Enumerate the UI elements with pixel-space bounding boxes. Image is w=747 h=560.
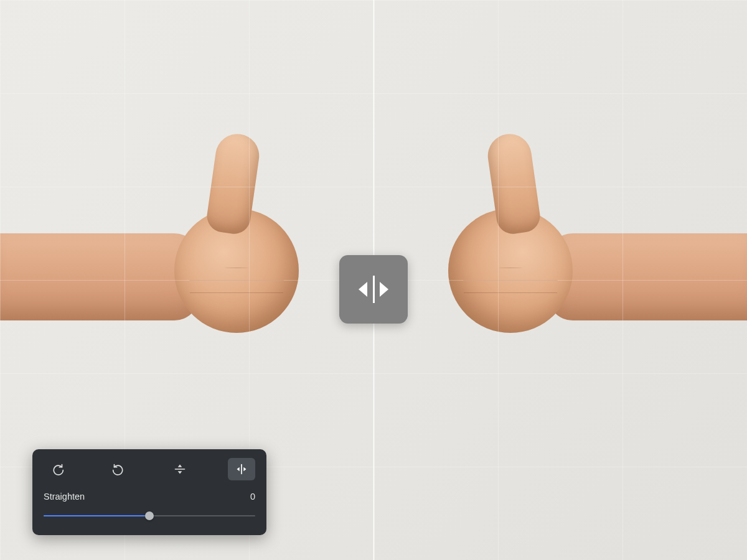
hand-illustration	[0, 171, 324, 345]
image-compare-canvas: Straighten 0	[0, 0, 747, 560]
slider-track-fill	[44, 515, 149, 516]
compare-horizontal-icon	[354, 273, 393, 306]
rotate-cw-icon	[51, 463, 63, 475]
rotate-cw-button[interactable]	[44, 458, 71, 480]
svg-marker-7	[237, 467, 239, 472]
slider-thumb[interactable]	[145, 511, 154, 520]
straighten-row: Straighten 0	[44, 492, 255, 502]
rotate-tools-row	[44, 458, 255, 480]
svg-rect-0	[373, 276, 375, 303]
hand-illustration-flipped	[423, 171, 747, 345]
straighten-slider[interactable]	[44, 510, 255, 521]
flip-vertical-icon	[174, 463, 186, 475]
svg-marker-8	[243, 467, 246, 472]
compare-handle[interactable]	[339, 255, 408, 324]
rotate-panel: Straighten 0	[32, 449, 266, 535]
flip-vertical-button[interactable]	[166, 458, 194, 480]
flip-horizontal-button[interactable]	[228, 458, 255, 480]
svg-marker-5	[178, 471, 182, 474]
straighten-label: Straighten	[44, 492, 85, 502]
rotate-ccw-icon	[113, 463, 125, 475]
svg-marker-4	[178, 465, 182, 467]
straighten-value: 0	[250, 492, 255, 502]
svg-marker-1	[359, 282, 367, 297]
rotate-ccw-button[interactable]	[105, 458, 133, 480]
svg-marker-2	[380, 282, 388, 297]
flip-horizontal-icon	[235, 463, 248, 475]
after-image	[374, 0, 747, 560]
